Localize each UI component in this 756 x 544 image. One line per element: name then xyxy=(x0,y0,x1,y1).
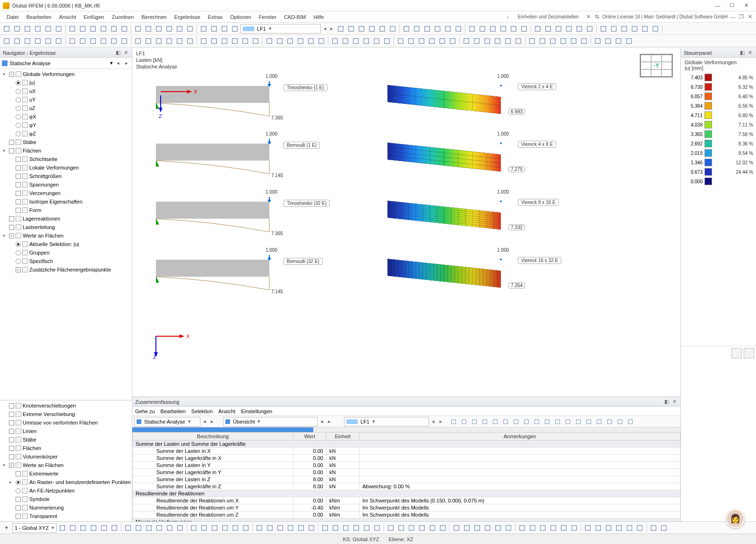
radio-icon[interactable] xyxy=(16,259,21,264)
prev-icon[interactable]: ◂ xyxy=(430,418,437,425)
tool-btn[interactable] xyxy=(614,523,624,533)
radio-icon[interactable] xyxy=(16,242,21,247)
menu-optionen[interactable]: Optionen xyxy=(226,13,255,21)
mdi-minimize-icon[interactable]: — xyxy=(730,14,736,20)
tool-btn[interactable] xyxy=(585,24,594,34)
tool-btn[interactable] xyxy=(448,36,457,46)
tool-btn[interactable] xyxy=(220,523,230,533)
tool-btn[interactable] xyxy=(559,523,568,533)
tool-btn[interactable] xyxy=(54,24,63,34)
tool-btn[interactable] xyxy=(43,36,53,46)
tool-btn[interactable] xyxy=(241,36,250,46)
table-row[interactable]: Summe der Lagerkräfte in Z8.00kNAbweichu… xyxy=(133,483,680,490)
summary-menu-item[interactable]: Bearbeiten xyxy=(161,408,186,414)
tree-item[interactable]: φX xyxy=(1,112,131,121)
tool-btn[interactable] xyxy=(538,36,547,46)
tool-btn[interactable] xyxy=(58,523,67,533)
tool-btn[interactable] xyxy=(230,36,240,46)
tree-item[interactable]: Extremwerte xyxy=(1,469,131,478)
tool-btn[interactable] xyxy=(68,24,77,34)
tool-btn[interactable] xyxy=(386,523,395,533)
tool-btn[interactable] xyxy=(265,36,274,46)
tree-item[interactable]: Spannungen xyxy=(1,180,131,189)
tool-btn[interactable] xyxy=(527,36,537,46)
tool-btn[interactable] xyxy=(659,523,669,533)
tool-btn[interactable] xyxy=(493,523,503,533)
tree-item[interactable]: Lagerreaktionen xyxy=(1,214,131,223)
tool-btn[interactable] xyxy=(275,36,284,46)
checkbox-icon[interactable] xyxy=(16,514,21,519)
checkbox-icon[interactable] xyxy=(16,199,21,204)
tool-btn[interactable] xyxy=(361,36,371,46)
checkbox-icon[interactable] xyxy=(9,446,14,451)
radio-icon[interactable] xyxy=(16,114,21,119)
tool-btn[interactable] xyxy=(155,523,164,533)
tool-btn[interactable] xyxy=(579,36,589,46)
tool-btn[interactable] xyxy=(533,24,542,34)
summary-tool[interactable] xyxy=(626,417,635,426)
tree-item[interactable]: φZ xyxy=(1,129,131,138)
legend-btn-2[interactable] xyxy=(744,348,754,358)
checkbox-icon[interactable] xyxy=(9,412,14,417)
tool-btn[interactable] xyxy=(467,24,477,34)
radio-icon[interactable] xyxy=(16,80,21,85)
display-tree[interactable]: KnotenverschiebungenExtreme Verschiebung… xyxy=(0,400,132,523)
tool-btn[interactable] xyxy=(210,523,219,533)
tool-btn[interactable] xyxy=(549,523,558,533)
next-icon[interactable]: ▸ xyxy=(209,418,215,425)
tree-item[interactable]: ▾Werte an Flächen xyxy=(1,461,131,469)
tool-btn[interactable] xyxy=(12,24,22,34)
tree-item[interactable]: Volumenkörper xyxy=(1,452,131,461)
tool-btn[interactable] xyxy=(317,36,326,46)
tree-item[interactable]: Knotenverschiebungen xyxy=(1,401,131,410)
notice-text[interactable]: Einheiten und Dezimalstellen xyxy=(513,13,584,20)
summary-tool[interactable] xyxy=(584,417,593,426)
tool-btn[interactable] xyxy=(43,24,53,34)
tool-btn[interactable] xyxy=(528,523,537,533)
tool-btn[interactable] xyxy=(33,24,43,34)
radio-icon[interactable] xyxy=(16,480,21,485)
tool-btn[interactable] xyxy=(185,24,195,34)
tool-btn[interactable] xyxy=(99,523,109,533)
summary-tool[interactable] xyxy=(615,417,625,426)
tree-item[interactable]: |u| xyxy=(1,78,131,87)
menu-ansicht[interactable]: Ansicht xyxy=(55,13,80,21)
tool-btn[interactable] xyxy=(351,36,361,46)
tree-item[interactable]: Verzerrungen xyxy=(1,189,131,197)
tool-btn[interactable] xyxy=(99,24,108,34)
tool-btn[interactable] xyxy=(543,24,553,34)
legend-btn-1[interactable] xyxy=(731,348,742,358)
tree-item[interactable]: Transparent xyxy=(1,512,131,520)
tool-btn[interactable] xyxy=(564,24,574,34)
snap-icon[interactable]: ▾ xyxy=(2,523,11,533)
tool-btn[interactable] xyxy=(509,24,518,34)
tool-btn[interactable] xyxy=(230,24,240,34)
checkbox-icon[interactable] xyxy=(9,429,14,434)
tool-btn[interactable] xyxy=(433,24,442,34)
tool-btn[interactable] xyxy=(109,24,119,34)
tool-btn[interactable] xyxy=(422,24,432,34)
tool-btn[interactable] xyxy=(462,36,471,46)
checkbox-icon[interactable] xyxy=(16,157,21,162)
tree-item[interactable]: Schichtseite xyxy=(1,155,131,163)
tool-btn[interactable] xyxy=(120,36,129,46)
panel-close-icon[interactable]: ✕ xyxy=(747,50,753,56)
tool-btn[interactable] xyxy=(33,36,43,46)
tool-btn[interactable] xyxy=(569,36,578,46)
viewport-3d[interactable]: LF1 Lasten [kN] Statische Analyse -Y 1.0… xyxy=(132,48,680,397)
summary-tool[interactable] xyxy=(490,417,500,426)
tool-btn[interactable] xyxy=(382,36,392,46)
tool-btn[interactable] xyxy=(144,24,153,34)
summary-tool[interactable] xyxy=(511,417,521,426)
radio-icon[interactable] xyxy=(16,250,21,255)
tool-btn[interactable] xyxy=(417,36,426,46)
summary-tool[interactable] xyxy=(470,417,479,426)
tool-btn[interactable] xyxy=(255,523,264,533)
tool-btn[interactable] xyxy=(452,523,461,533)
table-row[interactable]: Summe der Lasten in Z8.00kN xyxy=(133,476,680,483)
table-row[interactable]: Resultierende der Reaktionen um X0.00kNm… xyxy=(133,497,680,504)
tool-btn[interactable] xyxy=(209,24,219,34)
tool-btn[interactable] xyxy=(554,24,563,34)
tool-btn[interactable] xyxy=(306,36,316,46)
tool-btn[interactable] xyxy=(412,24,421,34)
